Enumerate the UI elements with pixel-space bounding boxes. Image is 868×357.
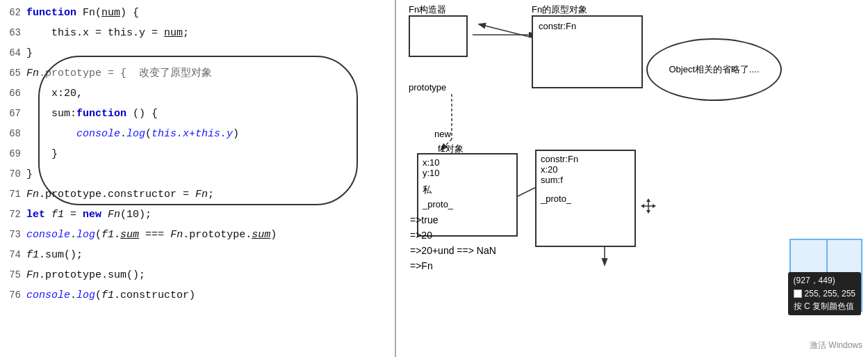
x10-label: x:10 <box>423 157 512 168</box>
line-number: 63 <box>0 24 26 42</box>
line-content: console.log(f1.sum === Fn.prototype.sum) <box>26 226 395 244</box>
line-number: 62 <box>0 3 26 22</box>
line-number: 65 <box>0 64 26 82</box>
line-content: let f1 = new Fn(10); <box>26 206 395 224</box>
object-ellipse: Object相关的省略了.... <box>646 38 782 101</box>
code-line: 74f1.sum(); <box>0 245 395 265</box>
move-cursor-icon <box>641 198 655 212</box>
line-content: console.log(f1.constructor) <box>26 287 395 305</box>
line-content: this.x = this.y = num; <box>26 24 395 42</box>
line-number: 72 <box>0 205 26 223</box>
code-line: 69 } <box>0 144 395 164</box>
private-label: 私 <box>423 184 512 196</box>
line-content: x:20, <box>26 85 395 103</box>
line-number: 76 <box>0 286 26 304</box>
color-picker-tooltip: (927，449) 255, 255, 255 按 C 复制颜色值 <box>788 272 861 315</box>
fn-constructor-box <box>409 15 468 57</box>
svg-marker-11 <box>653 204 656 208</box>
line-number: 75 <box>0 266 26 284</box>
result-1: =>true <box>410 212 496 228</box>
proto1-label: _proto_ <box>423 199 512 209</box>
line-number: 70 <box>0 165 26 183</box>
line-content: f1.sum(); <box>26 246 395 264</box>
fn-prototype-label: Fn的原型对象 <box>532 3 587 16</box>
diagram-panel: Fn构造器 Fn的原型对象 constr:Fn prototype Object… <box>396 0 868 357</box>
code-line: 73console.log(f1.sum === Fn.prototype.su… <box>0 225 395 245</box>
color-swatch <box>794 289 802 298</box>
result-4: =>Fn <box>410 258 496 273</box>
result-2: =>20 <box>410 228 496 243</box>
line-content: sum:function () { <box>26 105 395 123</box>
line-number: 64 <box>0 44 26 62</box>
color-picker-coords: (927，449) <box>794 275 855 287</box>
line-content: } <box>26 145 395 164</box>
line-number: 73 <box>0 225 26 244</box>
line-content: Fn.prototype.sum(); <box>26 267 395 285</box>
line-content: Fn.prototype.constructor = Fn; <box>26 186 395 204</box>
constr-fn2-label: constr:Fn <box>541 154 630 164</box>
line-number: 69 <box>0 145 26 163</box>
result-3: =>20+und ==> NaN <box>410 243 496 258</box>
prototype-label: prototype <box>409 82 446 93</box>
code-line: 71Fn.prototype.constructor = Fn; <box>0 184 395 205</box>
color-value: 255, 255, 255 <box>805 289 855 299</box>
code-line: 64} <box>0 43 395 63</box>
line-content: } <box>26 45 395 63</box>
line-content: function Fn(num) { <box>26 4 395 22</box>
code-line: 76console.log(f1.constructor) <box>0 285 395 306</box>
line-number: 67 <box>0 104 26 122</box>
code-line: 66 x:20, <box>0 84 395 104</box>
watermark: 激活 Windows <box>810 340 862 351</box>
line-number: 71 <box>0 185 26 203</box>
results-block: =>true =>20 =>20+und ==> NaN =>Fn <box>410 212 496 273</box>
copy-hint: 按 C 复制颜色值 <box>794 301 855 312</box>
code-line: 62function Fn(num) { <box>0 3 395 23</box>
proto2-label: _proto_ <box>541 193 630 204</box>
y10-label: y:10 <box>423 168 512 178</box>
constr-fn-label: constr:Fn <box>533 17 641 35</box>
code-line: 63 this.x = this.y = num; <box>0 23 395 43</box>
code-line: 67 sum:function () { <box>0 104 395 124</box>
code-panel: 62function Fn(num) {63 this.x = this.y =… <box>0 0 396 357</box>
line-number: 74 <box>0 246 26 264</box>
svg-marker-8 <box>646 198 650 202</box>
code-line: 75Fn.prototype.sum(); <box>0 265 395 285</box>
fn-constructor-label: Fn构造器 <box>409 3 446 16</box>
svg-marker-10 <box>641 204 644 208</box>
code-line: 72let f1 = new Fn(10); <box>0 205 395 225</box>
svg-marker-9 <box>646 210 650 214</box>
new-label: new <box>434 129 451 139</box>
line-content: } <box>26 166 395 184</box>
proto-obj-box: constr:Fn x:20 sum:f _proto_ <box>535 150 636 247</box>
sum-f-label: sum:f <box>541 175 630 185</box>
code-line: 68 console.log(this.x+this.y) <box>0 124 395 144</box>
line-number: 68 <box>0 125 26 143</box>
line-number: 66 <box>0 84 26 102</box>
fn-prototype-box: constr:Fn <box>532 15 643 88</box>
code-line: 70} <box>0 164 395 184</box>
code-line: 65Fn.prototype = { 改变了原型对象 <box>0 63 395 84</box>
x20-label: x:20 <box>541 164 630 175</box>
line-content: Fn.prototype = { 改变了原型对象 <box>26 65 395 83</box>
line-content: console.log(this.x+this.y) <box>26 125 395 143</box>
